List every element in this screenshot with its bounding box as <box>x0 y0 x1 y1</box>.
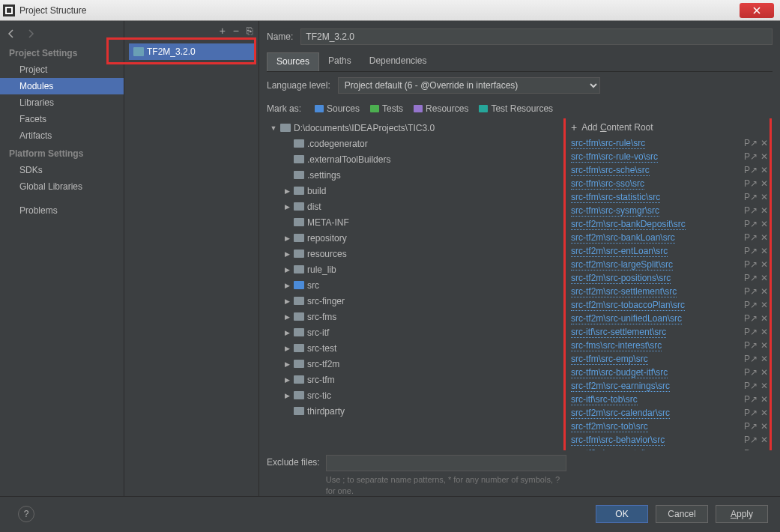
content-root-path[interactable]: src-tf2m\src-portal\src <box>571 448 658 451</box>
tree-row[interactable]: .codegenerator <box>267 136 560 151</box>
remove-root-icon[interactable]: ✕ <box>761 300 768 310</box>
remove-root-icon[interactable]: ✕ <box>761 340 768 351</box>
content-root-path[interactable]: src-tf2m\src-largeSplit\src <box>571 259 673 270</box>
edit-root-icon[interactable]: P↗ <box>744 232 758 243</box>
content-root-path[interactable]: src-tfm\src-sso\src <box>571 178 644 190</box>
content-root-path[interactable]: src-tfm\src-sche\src <box>571 165 650 176</box>
edit-root-icon[interactable]: P↗ <box>744 367 758 378</box>
tree-row[interactable]: ▶src-finger <box>267 293 560 309</box>
cancel-button[interactable]: Cancel <box>656 505 708 523</box>
edit-root-icon[interactable]: P↗ <box>744 192 758 202</box>
exclude-files-input[interactable] <box>326 455 566 471</box>
content-root-path[interactable]: src-tfm\src-rule\src <box>571 138 645 149</box>
edit-root-icon[interactable]: P↗ <box>744 300 758 310</box>
content-root-path[interactable]: src-tf2m\src-unifiedLoan\src <box>571 313 682 324</box>
add-module-button[interactable]: + <box>220 25 226 37</box>
tree-row[interactable]: ▶repository <box>267 230 560 246</box>
remove-root-icon[interactable]: ✕ <box>761 138 768 148</box>
content-root-path[interactable]: src-tf2m\src-calendar\src <box>571 408 670 419</box>
edit-root-icon[interactable]: P↗ <box>744 205 758 216</box>
edit-root-icon[interactable]: P↗ <box>744 354 758 364</box>
edit-root-icon[interactable]: P↗ <box>744 394 758 405</box>
tree-row[interactable]: ▶src-tfm <box>267 372 560 387</box>
remove-root-icon[interactable]: ✕ <box>761 178 768 189</box>
tree-row[interactable]: ▶build <box>267 183 560 199</box>
sidebar-item-problems[interactable]: Problems <box>0 202 124 219</box>
tab-paths[interactable]: Paths <box>319 52 360 71</box>
tree-row[interactable]: ▶dist <box>267 199 560 214</box>
edit-root-icon[interactable]: P↗ <box>744 408 758 418</box>
content-root-path[interactable]: src-tf2m\src-settlement\src <box>571 286 677 297</box>
content-root-path[interactable]: src-tfm\src-rule-vo\src <box>571 151 658 163</box>
edit-root-icon[interactable]: P↗ <box>744 259 758 270</box>
module-item-selected[interactable]: TF2M_3.2.0 <box>129 43 254 60</box>
tree-row[interactable]: ▼D:\documents\IDEAProjects\TIC3.0 <box>267 120 560 136</box>
remove-root-icon[interactable]: ✕ <box>761 219 768 229</box>
edit-root-icon[interactable]: P↗ <box>744 246 758 256</box>
edit-root-icon[interactable]: P↗ <box>744 178 758 189</box>
edit-root-icon[interactable]: P↗ <box>744 286 758 297</box>
content-root-path[interactable]: src-itf\src-settlement\src <box>571 327 666 338</box>
tree-row[interactable]: .externalToolBuilders <box>267 151 560 167</box>
sidebar-item-global-libraries[interactable]: Global Libraries <box>0 178 124 195</box>
content-root-path[interactable]: src-tfm\src-emp\src <box>571 354 648 365</box>
remove-module-button[interactable]: − <box>233 25 239 37</box>
remove-root-icon[interactable]: ✕ <box>761 421 768 432</box>
tree-row[interactable]: ▶rule_lib <box>267 262 560 277</box>
remove-root-icon[interactable]: ✕ <box>761 232 768 243</box>
remove-root-icon[interactable]: ✕ <box>761 286 768 297</box>
help-button[interactable]: ? <box>18 506 34 522</box>
source-tree[interactable]: ▼D:\documents\IDEAProjects\TIC3.0.codege… <box>267 118 560 450</box>
remove-root-icon[interactable]: ✕ <box>761 448 768 450</box>
content-root-path[interactable]: src-tfm\src-budget-itf\src <box>571 367 668 378</box>
edit-root-icon[interactable]: P↗ <box>744 327 758 337</box>
remove-root-icon[interactable]: ✕ <box>761 165 768 175</box>
remove-root-icon[interactable]: ✕ <box>761 151 768 162</box>
content-root-path[interactable]: src-fms\src-interest\src <box>571 340 662 351</box>
edit-root-icon[interactable]: P↗ <box>744 421 758 432</box>
tree-row[interactable]: ▶src <box>267 277 560 293</box>
tree-row[interactable]: ▶src-itf <box>267 324 560 340</box>
edit-root-icon[interactable]: P↗ <box>744 448 758 450</box>
mark-tests[interactable]: Tests <box>370 103 403 114</box>
tab-sources[interactable]: Sources <box>267 52 319 71</box>
content-root-path[interactable]: src-tf2m\src-tobaccoPlan\src <box>571 300 685 311</box>
edit-root-icon[interactable]: P↗ <box>744 165 758 175</box>
content-root-path[interactable]: src-tfm\src-statistic\src <box>571 192 660 203</box>
edit-root-icon[interactable]: P↗ <box>744 313 758 324</box>
sidebar-item-artifacts[interactable]: Artifacts <box>0 127 124 144</box>
remove-root-icon[interactable]: ✕ <box>761 327 768 337</box>
edit-root-icon[interactable]: P↗ <box>744 435 758 445</box>
remove-root-icon[interactable]: ✕ <box>761 273 768 283</box>
content-root-path[interactable]: src-tf2m\src-bankDeposit\src <box>571 219 686 230</box>
tree-row[interactable]: ▶resources <box>267 246 560 262</box>
sidebar-item-modules[interactable]: Modules <box>0 78 124 94</box>
remove-root-icon[interactable]: ✕ <box>761 435 768 445</box>
remove-root-icon[interactable]: ✕ <box>761 313 768 324</box>
forward-button[interactable] <box>25 28 36 41</box>
remove-root-icon[interactable]: ✕ <box>761 354 768 364</box>
edit-root-icon[interactable]: P↗ <box>744 219 758 229</box>
content-root-path[interactable]: src-tf2m\src-bankLoan\src <box>571 232 675 244</box>
copy-module-button[interactable]: ⎘ <box>247 25 253 37</box>
tree-row[interactable]: ▶src-tf2m <box>267 356 560 372</box>
close-button[interactable] <box>740 3 774 18</box>
remove-root-icon[interactable]: ✕ <box>761 246 768 256</box>
content-root-path[interactable]: src-tfm\src-behavior\src <box>571 435 665 446</box>
remove-root-icon[interactable]: ✕ <box>761 192 768 202</box>
remove-root-icon[interactable]: ✕ <box>761 367 768 378</box>
tree-row[interactable]: thirdparty <box>267 403 560 419</box>
edit-root-icon[interactable]: P↗ <box>744 138 758 148</box>
language-level-select[interactable]: Project default (6 - @Override in interf… <box>338 77 600 94</box>
remove-root-icon[interactable]: ✕ <box>761 205 768 216</box>
mark-resources[interactable]: Resources <box>414 103 468 114</box>
mark-test-resources[interactable]: Test Resources <box>479 103 553 114</box>
edit-root-icon[interactable]: P↗ <box>744 340 758 351</box>
back-button[interactable] <box>6 28 16 41</box>
content-root-path[interactable]: src-tf2m\src-positions\src <box>571 273 671 284</box>
sidebar-item-facets[interactable]: Facets <box>0 111 124 127</box>
content-root-path[interactable]: src-tf2m\src-entLoan\src <box>571 246 668 257</box>
edit-root-icon[interactable]: P↗ <box>744 381 758 391</box>
content-root-path[interactable]: src-itf\src-tob\src <box>571 394 638 405</box>
content-root-path[interactable]: src-tf2m\src-earnings\src <box>571 381 670 392</box>
